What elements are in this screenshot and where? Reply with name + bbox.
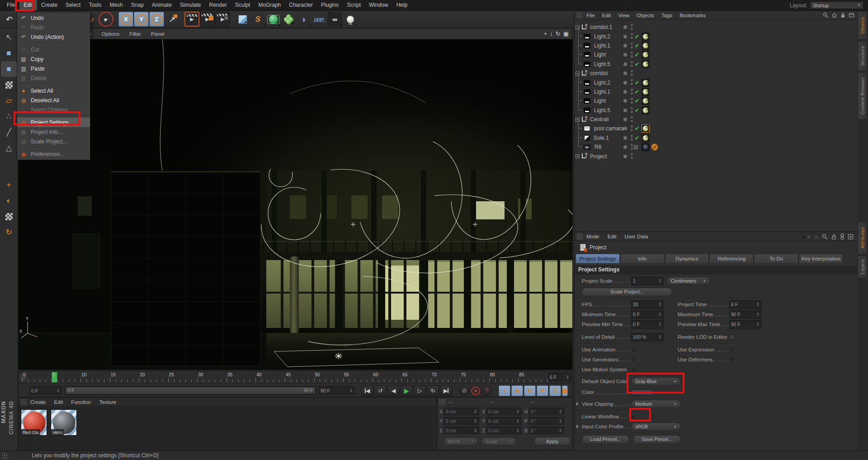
layer-dot-icon[interactable]	[623, 109, 627, 112]
use-generators-checkbox[interactable]: ✔	[632, 356, 637, 363]
layer-dot-icon[interactable]	[623, 118, 627, 121]
enable-axis-icon[interactable]: +	[1, 177, 17, 192]
render-settings-button[interactable]: ▶	[215, 12, 230, 27]
range-end-spinner[interactable]	[349, 387, 353, 394]
render-dot-icon[interactable]	[631, 120, 633, 122]
floor-button[interactable]	[312, 12, 327, 27]
tab-project-settings[interactable]: Project Settings	[576, 254, 620, 263]
protection-tag-icon[interactable]	[651, 143, 659, 151]
enabled-check-icon[interactable]: ✔	[635, 33, 639, 40]
viewport-menu-panel[interactable]: Panel	[151, 31, 164, 37]
compositing-tag-icon[interactable]	[642, 97, 650, 105]
goto-start-button[interactable]: ◀	[361, 385, 373, 396]
menubar-item-select[interactable]: Select	[61, 0, 85, 10]
render-dot-icon[interactable]	[631, 74, 633, 76]
compositing-tag-icon[interactable]	[642, 42, 650, 50]
menubar-item-window[interactable]: Window	[365, 0, 392, 10]
keyframe-selection-button[interactable]: ▦	[562, 385, 568, 396]
step-back-button[interactable]: ◀	[387, 385, 400, 396]
record-parameter-button[interactable]: P	[537, 385, 548, 396]
tab-dynamics[interactable]: Dynamics	[665, 254, 709, 263]
sync-icon[interactable]	[840, 233, 844, 240]
lock-icon[interactable]	[831, 234, 837, 240]
range-start-field[interactable]: 0 F	[29, 386, 62, 395]
menubar-item-help[interactable]: Help	[392, 0, 412, 10]
edit-menu-item-undo[interactable]: ↶Undo	[17, 13, 90, 23]
play-button[interactable]: ▶	[401, 385, 413, 396]
layer-dot-icon[interactable]	[623, 145, 627, 149]
enabled-check-icon[interactable]: ✔	[635, 89, 639, 95]
menubar-item-mesh[interactable]: Mesh	[105, 0, 127, 10]
render-dot-icon[interactable]	[631, 147, 633, 150]
om-menu-tags[interactable]: Tags	[661, 13, 672, 18]
object-row-light-1[interactable]: Light.1✔	[575, 41, 857, 50]
viewport-menu-options[interactable]: Options	[102, 31, 120, 37]
home-icon[interactable]	[831, 12, 837, 18]
material-menu-function[interactable]: Function	[71, 399, 91, 405]
visibility-dot-icon[interactable]	[631, 33, 633, 35]
material-thumbnail-red-gla[interactable]: Red Gla	[21, 409, 47, 436]
render-dot-icon[interactable]	[631, 46, 633, 48]
menubar-item-mograph[interactable]: MoGraph	[254, 0, 285, 10]
record-position-button[interactable]: +	[499, 385, 510, 396]
make-editable-icon[interactable]: ↖	[1, 30, 17, 45]
pan-view-icon[interactable]: +	[544, 30, 547, 37]
maximum-time-field[interactable]: 90 F	[729, 310, 762, 319]
workplane-mode-icon[interactable]: ▱	[1, 93, 17, 108]
enabled-check-icon[interactable]: ✔	[635, 125, 639, 132]
record-rotation-button[interactable]: ↻	[524, 385, 536, 396]
menubar-item-create[interactable]: Create	[37, 0, 61, 10]
menubar-item-plugins[interactable]: Plugins	[317, 0, 343, 10]
edit-menu-item-copy[interactable]: ▤Copy	[17, 54, 90, 64]
visibility-dot-icon[interactable]	[631, 52, 633, 54]
layout-dropdown[interactable]: Startup▼	[810, 1, 863, 9]
visibility-dot-icon[interactable]	[631, 24, 633, 26]
edit-menu-item-paste[interactable]: ▥Paste	[17, 64, 90, 73]
am-menu-mode[interactable]: Mode	[586, 234, 599, 239]
use-animation-checkbox[interactable]: ✔	[632, 346, 637, 353]
render-dot-icon[interactable]	[631, 111, 633, 113]
record-pla-button[interactable]: ⠿	[549, 385, 561, 396]
texture-mode-icon[interactable]	[1, 77, 17, 92]
am-menu-user-data[interactable]: User Data	[625, 234, 648, 239]
material-menu-create[interactable]: Create	[30, 399, 46, 405]
layer-dot-icon[interactable]	[623, 44, 627, 47]
color-swatch[interactable]	[631, 389, 654, 395]
coordinate-rotate-icon[interactable]: ↻	[1, 225, 17, 240]
points-mode-icon[interactable]: ∴	[1, 109, 17, 124]
range-start-spinner[interactable]	[56, 387, 60, 394]
layer-dot-icon[interactable]	[623, 53, 627, 57]
z-axis-lock-button[interactable]: Z	[149, 12, 164, 27]
preview-max-time-field[interactable]: 90 F	[729, 320, 762, 329]
visibility-dot-icon[interactable]	[631, 98, 633, 100]
y-axis-lock-button[interactable]: Y	[134, 12, 149, 27]
menubar-item-snap[interactable]: Snap	[127, 0, 148, 10]
coordinate-system-icon[interactable]: ↗	[165, 12, 179, 27]
render-dot-icon[interactable]	[631, 92, 633, 95]
edit-menu-item-project-settings[interactable]: ▤Project Settings...	[17, 118, 90, 127]
object-row-light-2[interactable]: Light.2✔	[575, 78, 857, 87]
visibility-dot-icon[interactable]	[631, 89, 633, 91]
edit-menu-item-undo-action[interactable]: ↶Undo (Action)	[17, 32, 90, 42]
timeline-ruler[interactable]: 051015202530354045505560657075808590 6 F	[19, 371, 573, 384]
project-scale-unit-dropdown[interactable]: Centimeters▼	[667, 277, 710, 285]
edges-mode-icon[interactable]: ╱	[1, 125, 17, 140]
menubar-item-character[interactable]: Character	[285, 0, 317, 10]
object-row-light-2[interactable]: Light.2✔	[575, 32, 857, 41]
level-of-detail-field[interactable]: 100 %	[631, 333, 664, 341]
render-view-button[interactable]: ▶	[184, 12, 199, 27]
camera-button[interactable]: ∞	[327, 12, 342, 27]
panel-icon[interactable]	[849, 12, 854, 18]
use-expression-checkbox[interactable]: ✔	[730, 346, 735, 353]
tab-referencing[interactable]: Referencing	[709, 254, 754, 263]
menubar-item-render[interactable]: Render	[205, 0, 231, 10]
tab-key-interpolation[interactable]: Key Interpolation	[799, 254, 843, 263]
enabled-check-icon[interactable]: ✔	[635, 52, 639, 58]
render-lod-checkbox[interactable]	[729, 334, 735, 340]
preview-min-time-field[interactable]: 0 F	[631, 320, 664, 329]
record-button[interactable]: ●	[471, 386, 481, 396]
visibility-dot-icon[interactable]	[631, 116, 633, 119]
enabled-check-icon[interactable]: ✔	[635, 61, 639, 67]
record-scale-button[interactable]: ■	[511, 385, 523, 396]
timeline-scrollbar[interactable]: 0 F 90 F	[65, 386, 316, 395]
